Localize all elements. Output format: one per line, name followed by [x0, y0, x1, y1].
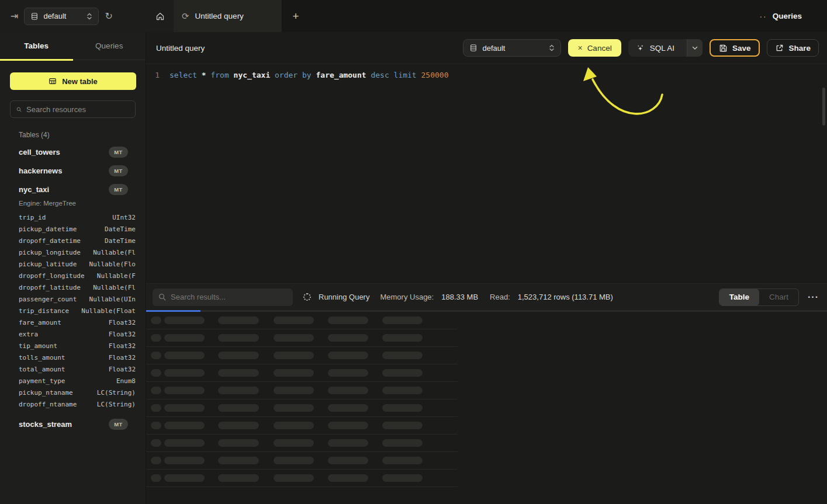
column-name: dropoff_ntaname [19, 401, 97, 408]
skeleton-cell [218, 387, 259, 394]
sidebar-search [10, 100, 136, 118]
tables-section-label: Tables (4) [19, 131, 146, 139]
sql-token: fare_amount [316, 71, 366, 79]
skeleton-cell [151, 369, 161, 377]
sql-console-app: ⇥ default ↻ ⟳ Untitled query + ·· Querie… [0, 0, 827, 504]
skeleton-cell [328, 439, 368, 447]
column-type: UInt32 [112, 214, 136, 221]
new-tab-button[interactable]: + [282, 0, 310, 32]
skeleton-row [146, 452, 458, 470]
skeleton-cell [382, 334, 423, 342]
topbar-right: ·· Queries [759, 0, 827, 32]
skeleton-cell [328, 422, 368, 429]
table-name: cell_towers [19, 148, 109, 157]
query-tab[interactable]: ⟳ Untitled query [174, 0, 282, 32]
skeleton-cell [382, 387, 423, 394]
column-row: trip_distanceNullable(Float [0, 305, 146, 317]
sql-ai-main[interactable]: SQL AI [628, 39, 682, 57]
table-item-cell-towers[interactable]: cell_towers MT [0, 142, 146, 161]
skeleton-cell [328, 457, 368, 464]
toggle-table[interactable]: Table [719, 289, 759, 305]
table-item-stocks-stream[interactable]: stocks_stream MT [0, 415, 146, 433]
skeleton-cell [218, 422, 259, 429]
skeleton-cell [151, 439, 161, 447]
home-tab[interactable] [146, 0, 174, 32]
column-row: dropoff_latitudeNullable(Fl [0, 281, 146, 293]
column-name: extra [19, 331, 109, 338]
sidebar-tab-queries[interactable]: Queries [73, 32, 146, 60]
skeleton-cell [218, 457, 259, 464]
skeleton-cell [218, 474, 259, 482]
results-toolbar: Running Query Memory Usage: 188.33 MB Re… [146, 283, 827, 310]
column-row: payment_typeEnum8 [0, 375, 146, 387]
toggle-chart[interactable]: Chart [759, 289, 798, 305]
column-name: pickup_ntaname [19, 389, 97, 397]
engine-badge: MT [109, 419, 128, 430]
column-name: dropoff_longitude [19, 272, 97, 280]
skeleton-cell [328, 334, 368, 342]
skeleton-row [146, 312, 458, 329]
skeleton-row [146, 470, 458, 487]
skeleton-row [146, 329, 458, 347]
column-type: Nullable(Fl [93, 284, 136, 291]
query-database-selector[interactable]: default [463, 39, 561, 57]
skeleton-cell [274, 439, 314, 447]
column-row: total_amountFloat32 [0, 363, 146, 375]
search-icon [16, 106, 22, 113]
column-type: LC(String) [97, 401, 136, 408]
skeleton-cell [328, 404, 368, 412]
column-name: payment_type [19, 377, 116, 385]
skeleton-row [146, 382, 458, 399]
column-row: passenger_countNullable(UIn [0, 293, 146, 305]
collapse-sidebar-icon[interactable]: ⇥ [11, 12, 18, 21]
topbar-database-selector[interactable]: default [24, 8, 99, 25]
queries-link[interactable]: Queries [773, 12, 802, 20]
save-label: Save [732, 44, 751, 53]
editor-scrollbar-thumb[interactable] [822, 88, 825, 126]
sql-editor[interactable]: 1 select * from nyc_taxi order by fare_a… [146, 64, 827, 283]
column-name: tolls_amount [19, 354, 109, 362]
skeleton-cell [164, 404, 205, 412]
refresh-icon[interactable]: ↻ [105, 12, 112, 21]
skeleton-cell [328, 352, 368, 359]
column-type: Float32 [109, 319, 136, 326]
skeleton-cell [274, 404, 314, 412]
engine-info: Engine: MergeTree [19, 200, 146, 207]
column-row: pickup_datetimeDateTime [0, 223, 146, 235]
table-item-nyc-taxi[interactable]: nyc_taxi MT [0, 180, 146, 199]
column-row: pickup_longitudeNullable(Fl [0, 246, 146, 258]
sidebar-tab-tables[interactable]: Tables [0, 32, 73, 60]
queries-shortcut-icon: ·· [759, 12, 767, 21]
sql-ai-label: SQL AI [650, 44, 674, 53]
cancel-button[interactable]: × Cancel [568, 39, 621, 57]
save-button[interactable]: Save [710, 39, 760, 57]
column-type: Float32 [109, 342, 136, 350]
topbar-left: ⇥ default ↻ [0, 0, 146, 32]
skeleton-cell [382, 404, 423, 412]
skeleton-row [146, 399, 458, 417]
skeleton-cell [164, 422, 205, 429]
skeleton-cell [274, 457, 314, 464]
table-item-hackernews[interactable]: hackernews MT [0, 161, 146, 180]
share-button[interactable]: Share [767, 39, 819, 57]
column-row: trip_idUInt32 [0, 211, 146, 223]
skeleton-cell [382, 352, 423, 359]
column-name: pickup_latitude [19, 260, 89, 268]
sql-ai-dropdown[interactable] [687, 39, 703, 57]
more-options-icon[interactable]: ··· [808, 294, 819, 300]
column-name: fare_amount [19, 319, 109, 326]
column-type: Nullable(Fl [93, 249, 136, 256]
results-search-input[interactable] [171, 293, 287, 301]
new-table-button[interactable]: New table [10, 72, 136, 90]
column-type: Nullable(Float [81, 307, 136, 315]
column-type: DateTime [105, 225, 136, 233]
sidebar-search-input[interactable] [26, 105, 129, 114]
skeleton-cell [218, 352, 259, 359]
skeleton-cell [164, 457, 205, 464]
sql-ai-button[interactable]: SQL AI [628, 39, 703, 57]
database-icon [30, 12, 39, 20]
column-row: dropoff_longitudeNullable(F [0, 270, 146, 281]
skeleton-cell [164, 334, 205, 342]
column-name: dropoff_datetime [19, 237, 105, 245]
sql-token: * [202, 71, 206, 79]
